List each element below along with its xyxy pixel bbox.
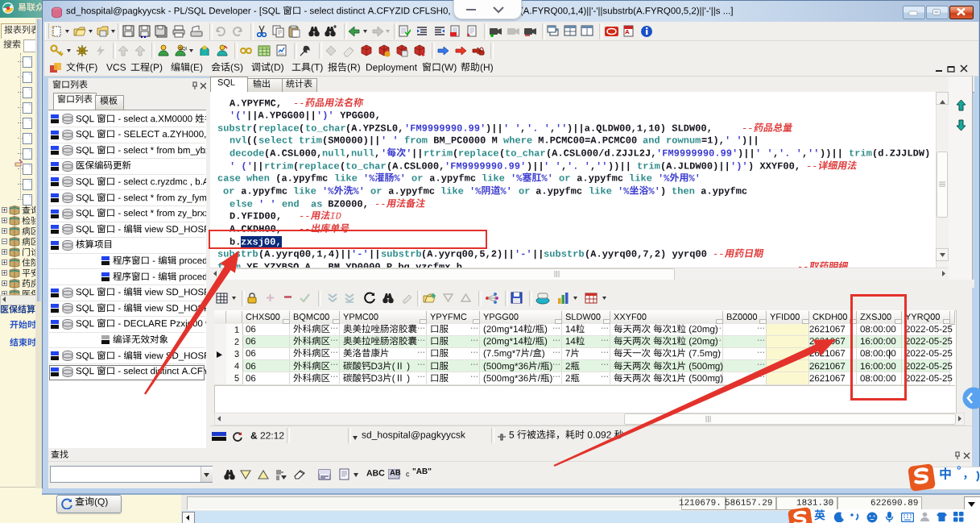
svg-text:A: A [625,28,630,35]
svg-text:SQL: SQL [179,46,187,51]
